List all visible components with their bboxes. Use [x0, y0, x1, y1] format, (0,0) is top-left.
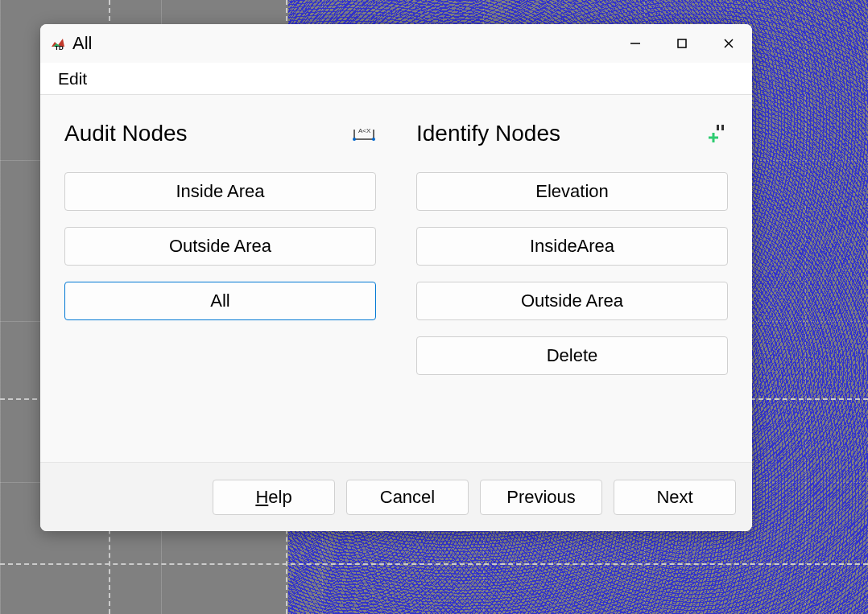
- dialog-window: TD All Edit Audit Nodes: [40, 24, 752, 531]
- audit-nodes-column: Audit Nodes A<X Inside Area Outside Area…: [64, 119, 376, 462]
- audit-all-button[interactable]: All: [64, 282, 376, 320]
- svg-text:TD: TD: [55, 44, 64, 52]
- maximize-button[interactable]: [659, 24, 705, 63]
- svg-rect-11: [717, 125, 719, 130]
- grid-line: [0, 563, 868, 565]
- menubar: Edit: [40, 63, 752, 95]
- audit-outside-area-button[interactable]: Outside Area: [64, 227, 376, 266]
- window-controls: [612, 24, 752, 63]
- dialog-footer: Help Cancel Previous Next: [40, 462, 752, 531]
- identify-heading: Identify Nodes: [416, 121, 560, 146]
- svg-text:A<X: A<X: [358, 127, 371, 134]
- minimize-button[interactable]: [612, 24, 659, 63]
- previous-button[interactable]: Previous: [480, 480, 602, 515]
- titlebar[interactable]: TD All: [40, 24, 752, 63]
- audit-range-icon[interactable]: A<X: [352, 122, 376, 146]
- audit-header: Audit Nodes A<X: [64, 119, 376, 148]
- svg-rect-2: [678, 39, 686, 47]
- dialog-content: Audit Nodes A<X Inside Area Outside Area…: [40, 95, 752, 462]
- window-title: All: [72, 33, 612, 54]
- identify-nodes-column: Identify Nodes Elevation InsideArea Outs…: [416, 119, 728, 462]
- close-button[interactable]: [705, 24, 752, 63]
- identify-inside-area-button[interactable]: InsideArea: [416, 227, 728, 266]
- svg-rect-12: [721, 125, 724, 130]
- next-button[interactable]: Next: [614, 480, 736, 515]
- audit-inside-area-button[interactable]: Inside Area: [64, 172, 376, 211]
- help-button[interactable]: Help: [213, 480, 335, 515]
- identify-outside-area-button[interactable]: Outside Area: [416, 282, 728, 320]
- help-label-rest: elp: [268, 487, 291, 507]
- svg-point-10: [372, 138, 375, 141]
- menu-edit[interactable]: Edit: [52, 66, 93, 92]
- svg-point-9: [353, 138, 356, 141]
- identify-delete-button[interactable]: Delete: [416, 336, 728, 375]
- identify-elevation-button[interactable]: Elevation: [416, 172, 728, 211]
- identify-header: Identify Nodes: [416, 119, 728, 148]
- cancel-button[interactable]: Cancel: [346, 480, 469, 515]
- app-icon: TD: [50, 35, 66, 52]
- identify-add-icon[interactable]: [704, 122, 728, 146]
- audit-heading: Audit Nodes: [64, 121, 188, 146]
